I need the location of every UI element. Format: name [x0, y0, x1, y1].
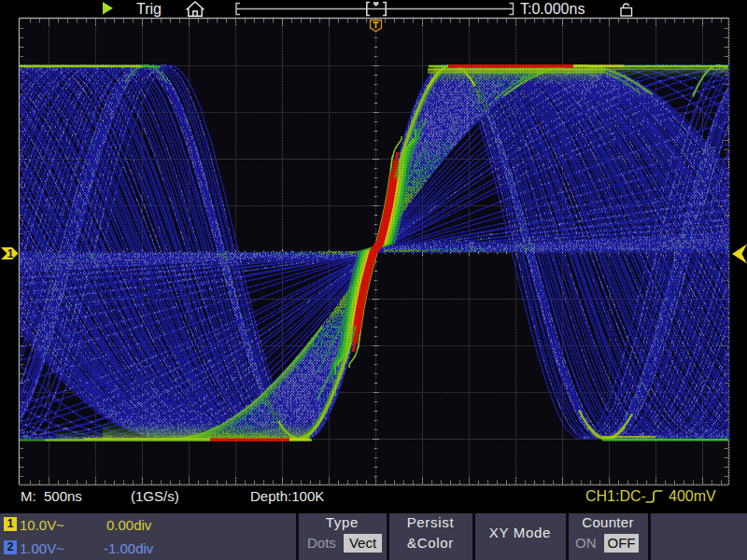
svg-text:1: 1: [7, 247, 14, 260]
